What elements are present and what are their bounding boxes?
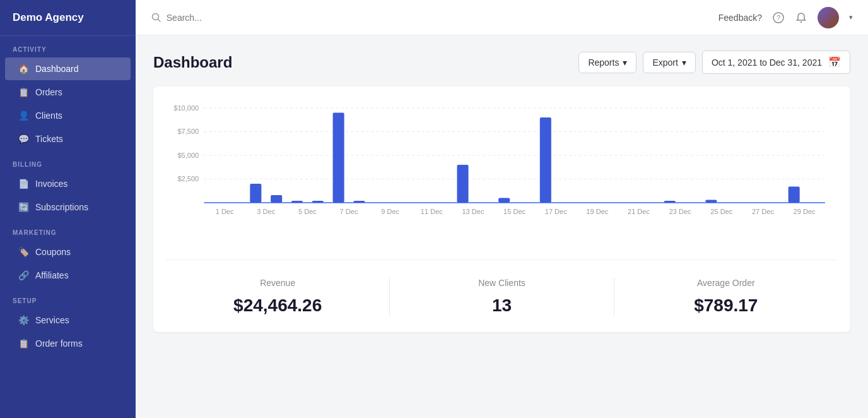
svg-text:7 Dec: 7 Dec	[340, 208, 358, 215]
search-wrapper	[151, 11, 403, 24]
svg-rect-20	[457, 165, 469, 203]
reports-chevron-icon: ▾	[623, 57, 627, 68]
svg-text:27 Dec: 27 Dec	[752, 208, 774, 215]
stat-label-1: New Clients	[390, 278, 613, 288]
sidebar-item-clients[interactable]: 👤Clients	[5, 104, 131, 127]
reports-label: Reports	[588, 57, 619, 68]
svg-text:1 Dec: 1 Dec	[216, 208, 234, 215]
svg-point-4	[801, 21, 802, 22]
date-range-text: Oct 1, 2021 to Dec 31, 2021	[712, 57, 822, 68]
sidebar-section-billing: BILLING	[0, 151, 136, 172]
sidebar-item-label-dashboard: Dashboard	[35, 64, 79, 74]
sidebar-item-label-affiliates: Affiliates	[35, 270, 69, 280]
svg-text:$2,500: $2,500	[177, 176, 199, 183]
export-chevron-icon: ▾	[682, 57, 686, 68]
svg-text:$5,000: $5,000	[177, 152, 199, 159]
coupons-icon: 🏷️	[18, 246, 29, 258]
sidebar-item-invoices[interactable]: 📄Invoices	[5, 172, 131, 195]
content-header: Dashboard Reports ▾ Export ▾ Oct 1, 2021…	[153, 51, 850, 74]
svg-text:21 Dec: 21 Dec	[628, 208, 650, 215]
svg-rect-16	[291, 201, 303, 203]
stats-row: Revenue$24,464.26New Clients13Average Or…	[166, 260, 838, 322]
svg-text:9 Dec: 9 Dec	[381, 208, 399, 215]
svg-text:$7,500: $7,500	[177, 128, 199, 136]
svg-rect-21	[498, 198, 510, 203]
svg-text:23 Dec: 23 Dec	[669, 208, 691, 215]
svg-text:15 Dec: 15 Dec	[503, 208, 525, 215]
user-menu-chevron[interactable]: ▾	[849, 13, 853, 21]
date-range-button[interactable]: Oct 1, 2021 to Dec 31, 2021 📅	[702, 51, 850, 74]
bar-chart: $2,500$5,000$7,500$10,0001 Dec3 Dec5 Dec…	[166, 102, 838, 241]
order-forms-icon: 📋	[18, 338, 29, 349]
calendar-icon: 📅	[828, 56, 841, 68]
stat-label-0: Revenue	[166, 278, 389, 288]
sidebar-item-label-orders: Orders	[35, 87, 62, 97]
export-button[interactable]: Export ▾	[643, 52, 695, 73]
sidebar-section-activity: ACTIVITY	[0, 36, 136, 57]
sidebar-item-label-tickets: Tickets	[35, 134, 63, 144]
sidebar-item-orders[interactable]: 📋Orders	[5, 81, 131, 104]
sidebar-item-label-clients: Clients	[35, 110, 62, 121]
services-icon: ⚙️	[18, 314, 29, 326]
svg-text:5 Dec: 5 Dec	[298, 208, 317, 215]
tickets-icon: 💬	[18, 133, 29, 145]
svg-rect-15	[271, 195, 282, 203]
orders-icon: 📋	[18, 87, 29, 98]
stat-value-0: $24,464.26	[166, 296, 389, 316]
svg-rect-19	[353, 201, 365, 203]
sidebar-section-setup: SETUP	[0, 287, 136, 308]
feedback-link[interactable]: Feedback?	[718, 13, 762, 23]
svg-text:?: ?	[777, 14, 780, 21]
help-icon[interactable]: ?	[772, 11, 785, 24]
header-controls: Reports ▾ Export ▾ Oct 1, 2021 to Dec 31…	[578, 51, 850, 74]
svg-text:29 Dec: 29 Dec	[794, 208, 816, 215]
svg-rect-23	[664, 201, 676, 203]
svg-rect-25	[789, 187, 800, 203]
svg-rect-17	[312, 201, 324, 203]
sidebar-item-services[interactable]: ⚙️Services	[5, 309, 131, 331]
invoices-icon: 📄	[18, 178, 29, 189]
affiliates-icon: 🔗	[18, 270, 29, 281]
clients-icon: 👤	[18, 110, 29, 121]
svg-rect-22	[540, 117, 551, 203]
stat-value-1: 13	[390, 296, 613, 316]
page-title: Dashboard	[153, 54, 232, 71]
search-icon	[151, 11, 163, 24]
topbar: Feedback? ? ▾	[136, 0, 868, 35]
svg-rect-14	[250, 184, 261, 203]
sidebar-item-label-coupons: Coupons	[35, 247, 71, 257]
topbar-right: Feedback? ? ▾	[718, 7, 853, 28]
chart-card: $2,500$5,000$7,500$10,0001 Dec3 Dec5 Dec…	[153, 87, 850, 332]
sidebar-item-label-order-forms: Order forms	[35, 338, 83, 349]
svg-text:3 Dec: 3 Dec	[257, 208, 275, 215]
stat-item-0: Revenue$24,464.26	[166, 278, 389, 316]
brand-title: Demo Agency	[0, 0, 136, 36]
svg-rect-24	[705, 200, 717, 203]
svg-text:11 Dec: 11 Dec	[421, 208, 443, 215]
search-input[interactable]	[167, 13, 403, 23]
avatar[interactable]	[818, 7, 839, 28]
sidebar-item-affiliates[interactable]: 🔗Affiliates	[5, 264, 131, 287]
svg-line-1	[158, 19, 161, 21]
reports-button[interactable]: Reports ▾	[578, 52, 636, 73]
notification-icon[interactable]	[795, 11, 807, 24]
dashboard-icon: 🏠	[18, 63, 29, 75]
sidebar-item-dashboard[interactable]: 🏠Dashboard	[5, 57, 131, 80]
sidebar-item-coupons[interactable]: 🏷️Coupons	[5, 241, 131, 263]
sidebar-section-marketing: MARKETING	[0, 219, 136, 240]
svg-text:17 Dec: 17 Dec	[545, 208, 567, 215]
stat-item-1: New Clients13	[390, 278, 613, 316]
export-label: Export	[652, 57, 677, 68]
sidebar-item-subscriptions[interactable]: 🔄Subscriptions	[5, 196, 131, 218]
main-area: Feedback? ? ▾ Dashboard	[136, 0, 868, 418]
svg-text:$10,000: $10,000	[173, 104, 199, 112]
svg-text:25 Dec: 25 Dec	[710, 208, 732, 215]
svg-rect-18	[333, 113, 344, 203]
svg-text:19 Dec: 19 Dec	[586, 208, 608, 215]
sidebar-item-label-services: Services	[35, 315, 69, 325]
sidebar: Demo Agency ACTIVITY🏠Dashboard📋Orders👤Cl…	[0, 0, 136, 418]
sidebar-item-tickets[interactable]: 💬Tickets	[5, 128, 131, 150]
content-area: Dashboard Reports ▾ Export ▾ Oct 1, 2021…	[136, 35, 868, 418]
stat-label-2: Average Order	[614, 278, 838, 288]
sidebar-item-order-forms[interactable]: 📋Order forms	[5, 332, 131, 355]
